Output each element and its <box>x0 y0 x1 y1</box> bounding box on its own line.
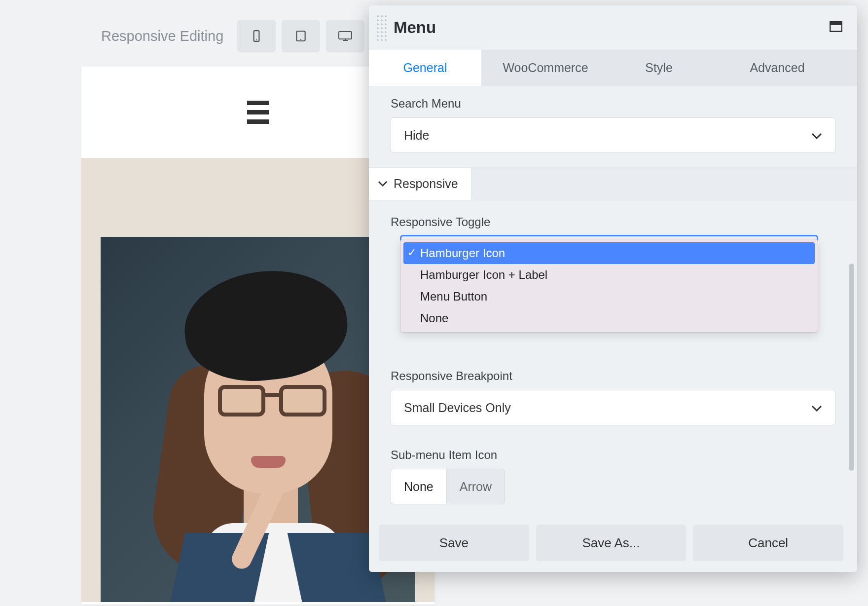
device-mobile-button[interactable] <box>237 20 276 52</box>
panel-scrollbar[interactable] <box>848 115 855 470</box>
responsive-breakpoint-section: Responsive Breakpoint Small Devices Only <box>369 346 857 439</box>
search-menu-label: Search Menu <box>391 97 835 111</box>
panel-footer: Save Save As... Cancel <box>369 520 857 572</box>
submenu-icon-segmented: None Arrow <box>391 469 505 504</box>
submenu-icon-arrow-button[interactable]: Arrow <box>446 469 505 504</box>
menu-settings-panel: Menu General WooCommerce Style Advanced … <box>369 5 857 572</box>
chevron-down-icon <box>378 181 388 187</box>
save-as-button[interactable]: Save As... <box>536 525 687 561</box>
submenu-icon-none-button[interactable]: None <box>391 469 446 504</box>
responsive-toggle-section: Responsive Toggle Hamburger Icon Hamburg… <box>369 200 857 346</box>
responsive-section-row: Responsive <box>369 167 857 200</box>
svg-rect-4 <box>339 32 352 39</box>
chevron-down-icon <box>811 128 822 143</box>
option-hamburger-icon-label[interactable]: Hamburger Icon + Label <box>403 264 815 286</box>
svg-point-1 <box>256 39 257 40</box>
responsive-toggle-label: Responsive Toggle <box>391 215 835 229</box>
responsive-editing-label: Responsive Editing <box>101 28 223 44</box>
hamburger-icon[interactable] <box>247 101 269 124</box>
save-button[interactable]: Save <box>379 525 529 561</box>
svg-point-3 <box>300 39 301 40</box>
panel-body: Search Menu Hide Responsive Responsive T… <box>369 86 857 520</box>
responsive-breakpoint-label: Responsive Breakpoint <box>391 369 835 383</box>
tab-woocommerce[interactable]: WooCommerce <box>481 50 610 86</box>
device-desktop-button[interactable] <box>326 20 364 52</box>
responsive-editing-toolbar: Responsive Editing <box>101 20 364 52</box>
panel-title: Menu <box>394 18 436 37</box>
responsive-toggle-dropdown: Hamburger Icon Hamburger Icon + Label Me… <box>400 239 818 333</box>
option-menu-button[interactable]: Menu Button <box>403 286 815 307</box>
svg-rect-6 <box>830 22 842 25</box>
chevron-down-icon <box>811 401 822 415</box>
cancel-button[interactable]: Cancel <box>693 525 843 561</box>
tab-advanced[interactable]: Advanced <box>708 50 846 86</box>
option-none[interactable]: None <box>403 307 815 329</box>
tab-style[interactable]: Style <box>610 50 708 86</box>
scrollbar-thumb[interactable] <box>849 264 854 471</box>
panel-tabs: General WooCommerce Style Advanced <box>369 50 857 86</box>
responsive-section-title: Responsive <box>394 177 458 191</box>
responsive-breakpoint-select[interactable]: Small Devices Only <box>391 390 835 425</box>
preview-portrait-image <box>101 237 415 602</box>
device-switcher <box>237 20 364 52</box>
desktop-icon <box>338 30 353 42</box>
responsive-section-toggle[interactable]: Responsive <box>369 167 471 200</box>
tab-general[interactable]: General <box>369 50 481 86</box>
responsive-breakpoint-value: Small Devices Only <box>404 401 511 415</box>
tablet-icon <box>294 30 307 42</box>
device-tablet-button[interactable] <box>282 20 320 52</box>
search-menu-section: Search Menu Hide <box>369 86 857 167</box>
panel-header[interactable]: Menu <box>369 5 857 50</box>
submenu-icon-label: Sub-menu Item Icon <box>391 448 835 462</box>
mobile-icon <box>250 30 263 42</box>
expand-panel-button[interactable] <box>830 21 842 34</box>
window-icon <box>830 21 842 32</box>
search-menu-select[interactable]: Hide <box>391 117 835 153</box>
submenu-icon-section: Sub-menu Item Icon None Arrow <box>369 439 857 518</box>
option-hamburger-icon[interactable]: Hamburger Icon <box>403 242 815 264</box>
drag-handle-icon[interactable] <box>376 14 388 41</box>
search-menu-value: Hide <box>404 128 429 143</box>
